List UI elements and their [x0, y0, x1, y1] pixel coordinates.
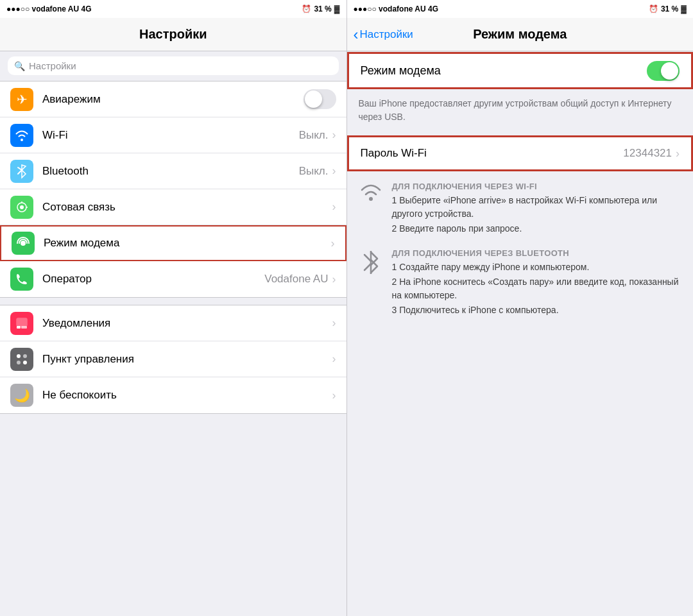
bluetooth-instruction-step-2: 2 На iPhone коснитесь «Создать пару» или… — [392, 275, 682, 302]
airplane-label: Авиарежим — [42, 93, 304, 106]
svg-point-1 — [20, 205, 24, 209]
settings-item-hotspot[interactable]: Режим модема › — [0, 225, 346, 261]
hotspot-icon — [12, 232, 35, 255]
wifi-password-chevron-icon: › — [676, 147, 680, 160]
search-icon: 🔍 — [14, 61, 25, 71]
right-content: Режим модема Ваш iPhone предоставляет др… — [347, 51, 694, 616]
notifications-icon — [10, 312, 33, 335]
bluetooth-value: Выкл. — [299, 165, 329, 178]
wifi-instruction-step-2: 2 Введите пароль при запросе. — [392, 222, 682, 235]
wifi-icon — [10, 124, 33, 147]
airplane-toggle-knob — [305, 90, 322, 108]
instructions-section: ДЛЯ ПОДКЛЮЧЕНИЯ ЧЕРЕЗ WI-FI 1 Выберите «… — [347, 171, 694, 340]
notifications-label: Уведомления — [42, 317, 332, 330]
bluetooth-instruction-block: ДЛЯ ПОДКЛЮЧЕНИЯ ЧЕРЕЗ BLUETOOTH 1 Создай… — [359, 248, 682, 318]
nav-back-chevron-icon: ‹ — [354, 27, 359, 42]
cellular-chevron-icon: › — [332, 200, 336, 214]
nav-title-left: Настройки — [139, 27, 207, 42]
svg-point-10 — [17, 361, 21, 364]
hotspot-toggle-row[interactable]: Режим модема — [347, 52, 694, 89]
donotdisturb-chevron-icon: › — [332, 389, 336, 402]
search-input-wrapper[interactable]: 🔍 Настройки — [8, 56, 339, 75]
settings-item-wifi[interactable]: Wi-Fi Выкл. › — [0, 117, 346, 153]
wifi-chevron-icon: › — [332, 128, 336, 142]
wifi-password-row[interactable]: Пароль Wi-Fi 12344321 › — [347, 135, 694, 171]
settings-item-cellular[interactable]: Сотовая связь › — [0, 189, 346, 225]
battery-icon-right: ▓ — [681, 4, 687, 13]
hotspot-description: Ваш iPhone предоставляет другим устройст… — [347, 89, 694, 134]
hotspot-toggle-label: Режим модема — [361, 64, 647, 78]
battery-text-left: 31 % — [314, 4, 331, 13]
status-bar-right-left: ●●●○○ vodafone AU 4G — [354, 4, 438, 13]
alarm-icon-right: ⏰ — [649, 4, 658, 13]
donotdisturb-icon: 🌙 — [10, 384, 33, 407]
bluetooth-icon — [10, 160, 33, 183]
donotdisturb-label: Не беспокоить — [42, 389, 332, 402]
hotspot-toggle-switch[interactable] — [647, 61, 680, 81]
airplane-icon: ✈ — [10, 88, 33, 111]
nav-bar-right: ‹ Настройки Режим модема — [347, 18, 694, 51]
operator-value: Vodafone AU — [264, 273, 328, 286]
wifi-instruction-icon — [359, 183, 383, 207]
svg-point-12 — [369, 197, 373, 201]
controlcenter-label: Пункт управления — [42, 353, 332, 366]
notifications-chevron-icon: › — [332, 316, 336, 330]
separator-1 — [0, 298, 346, 304]
settings-content: ✈ Авиарежим Wi-Fi Выкл. › — [0, 80, 346, 616]
status-bar-left-info: ●●●○○ vodafone AU 4G — [6, 4, 91, 13]
settings-item-bluetooth[interactable]: Bluetooth Выкл. › — [0, 153, 346, 189]
cellular-icon — [10, 196, 33, 219]
settings-group-1: ✈ Авиарежим Wi-Fi Выкл. › — [0, 81, 346, 298]
svg-point-9 — [23, 354, 27, 358]
settings-item-donotdisturb[interactable]: 🌙 Не беспокоить › — [0, 377, 346, 413]
hotspot-chevron-icon: › — [331, 237, 335, 250]
settings-item-notifications[interactable]: Уведомления › — [0, 305, 346, 341]
bluetooth-label: Bluetooth — [42, 165, 299, 178]
nav-bar-left: Настройки — [0, 18, 346, 51]
left-panel: ●●●○○ vodafone AU 4G ⏰ 31 % ▓ Настройки … — [0, 0, 347, 616]
hotspot-toggle-knob — [661, 62, 678, 80]
wifi-password-value: 12344321 — [623, 147, 672, 160]
wifi-value: Выкл. — [299, 129, 329, 142]
bluetooth-instruction-step-3: 3 Подключитесь к iPhone с компьютера. — [392, 304, 682, 317]
bluetooth-instruction-step-1: 1 Создайте пару между iPhone и компьютер… — [392, 261, 682, 274]
carrier-left: ●●●○○ vodafone AU 4G — [6, 4, 91, 13]
bluetooth-chevron-icon: › — [332, 164, 336, 178]
cellular-label: Сотовая связь — [42, 201, 332, 214]
bluetooth-instruction-icon — [359, 250, 383, 280]
svg-point-11 — [23, 361, 27, 364]
nav-back-button[interactable]: ‹ Настройки — [347, 27, 413, 42]
battery-icon-left: ▓ — [334, 4, 340, 13]
svg-rect-5 — [17, 318, 27, 326]
nav-back-label: Настройки — [360, 28, 413, 41]
wifi-instruction-block: ДЛЯ ПОДКЛЮЧЕНИЯ ЧЕРЕЗ WI-FI 1 Выберите «… — [359, 182, 682, 237]
controlcenter-chevron-icon: › — [332, 352, 336, 366]
operator-icon — [10, 268, 33, 291]
svg-rect-6 — [17, 326, 21, 329]
settings-item-airplane[interactable]: ✈ Авиарежим — [0, 81, 346, 117]
hotspot-label: Режим модема — [44, 237, 331, 250]
wifi-instruction-text: ДЛЯ ПОДКЛЮЧЕНИЯ ЧЕРЕЗ WI-FI 1 Выберите «… — [392, 182, 682, 237]
search-placeholder-text: Настройки — [29, 60, 76, 71]
search-bar: 🔍 Настройки — [0, 51, 346, 80]
bluetooth-instruction-header: ДЛЯ ПОДКЛЮЧЕНИЯ ЧЕРЕЗ BLUETOOTH — [392, 248, 682, 258]
nav-title-right: Режим модема — [473, 27, 567, 42]
settings-item-controlcenter[interactable]: Пункт управления › — [0, 341, 346, 377]
carrier-right: ●●●○○ vodafone AU 4G — [354, 4, 438, 13]
alarm-icon-left: ⏰ — [302, 4, 311, 13]
operator-chevron-icon: › — [332, 273, 336, 286]
right-panel: ●●●○○ vodafone AU 4G ⏰ 31 % ▓ ‹ Настройк… — [347, 0, 694, 616]
settings-item-operator[interactable]: Оператор Vodafone AU › — [0, 261, 346, 297]
hotspot-description-text: Ваш iPhone предоставляет другим устройст… — [359, 98, 672, 122]
bluetooth-instruction-text: ДЛЯ ПОДКЛЮЧЕНИЯ ЧЕРЕЗ BLUETOOTH 1 Создай… — [392, 248, 682, 318]
wifi-label: Wi-Fi — [42, 129, 299, 142]
battery-text-right: 31 % — [661, 4, 678, 13]
status-bar-left: ●●●○○ vodafone AU 4G ⏰ 31 % ▓ — [0, 0, 346, 18]
svg-point-4 — [21, 241, 26, 246]
airplane-toggle[interactable] — [304, 89, 336, 109]
wifi-instruction-step-1: 1 Выберите «iPhone arrive» в настройках … — [392, 194, 682, 221]
status-bar-right-right: ⏰ 31 % ▓ — [649, 4, 687, 13]
status-bar-right-info: ⏰ 31 % ▓ — [302, 4, 339, 13]
controlcenter-icon — [10, 348, 33, 371]
wifi-instruction-header: ДЛЯ ПОДКЛЮЧЕНИЯ ЧЕРЕЗ WI-FI — [392, 182, 682, 191]
